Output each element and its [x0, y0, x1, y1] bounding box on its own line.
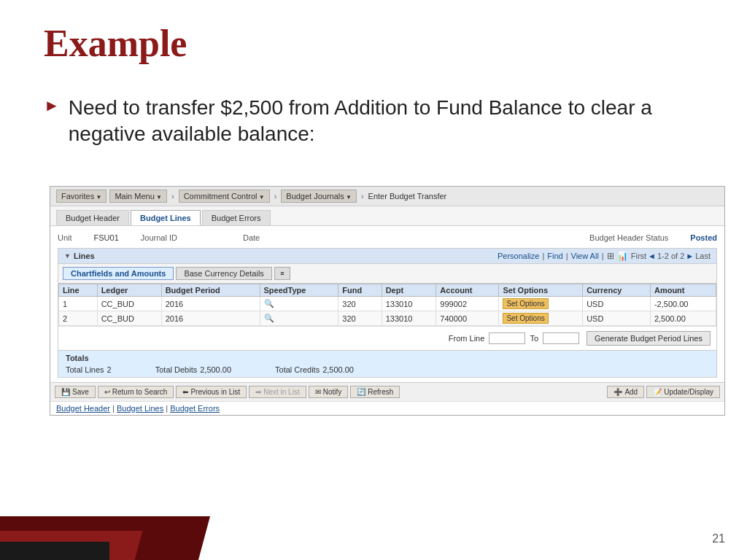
cell-speedtype-1: 🔍 — [260, 297, 338, 311]
to-line-input[interactable] — [543, 332, 579, 344]
set-options-btn-1[interactable]: Set Options — [503, 298, 548, 309]
bullet-item: ► Need to transfer $2,500 from Addition … — [44, 95, 703, 148]
speedtype-search-icon-2[interactable]: 🔍 — [264, 314, 274, 322]
speedtype-search-icon-1[interactable]: 🔍 — [264, 299, 274, 308]
pagination: First ◄ 1-2 of 2 ► Last — [631, 252, 711, 260]
bottom-breadcrumb: Budget Header | Budget Lines | Budget Er… — [50, 401, 724, 415]
return-search-button[interactable]: ↩ Return to Search — [98, 386, 174, 398]
save-button[interactable]: 💾 Save — [55, 386, 96, 398]
commitment-control-dropdown[interactable]: Commitment Control — [179, 190, 270, 203]
sub-tabs: Chartfields and Amounts Base Currency De… — [58, 264, 716, 284]
notify-label: Notify — [323, 388, 342, 396]
notify-button[interactable]: ✉ Notify — [309, 386, 349, 398]
unit-value: FSU01 — [94, 233, 119, 242]
generate-fields: From Line To — [449, 332, 579, 344]
cell-line-1: 1 — [59, 297, 98, 311]
tab-bar: Budget Header Budget Lines Budget Errors — [50, 206, 724, 226]
budget-header-status-label: Budget Header Status — [589, 233, 668, 242]
sub-tab-chartfields[interactable]: Chartfields and Amounts — [63, 267, 174, 280]
update-display-button[interactable]: 📝 Update/Display — [646, 386, 720, 398]
cell-currency-1: USD — [583, 297, 651, 311]
total-debits-value: 2,500.00 — [200, 365, 231, 374]
grid-icon: ⊞ — [607, 251, 614, 261]
main-menu-dropdown[interactable]: Main Menu — [109, 190, 167, 203]
table-row: 1 CC_BUD 2016 🔍 320 133010 999002 Set Op… — [59, 297, 716, 311]
favorites-dropdown[interactable]: Favorites — [56, 190, 107, 203]
cell-amount-2: 2,500.00 — [650, 311, 716, 326]
next-page-icon[interactable]: ► — [686, 252, 694, 260]
update-display-icon: 📝 — [653, 388, 662, 396]
lines-title: Lines — [64, 252, 95, 260]
next-list-label: Next in List — [263, 388, 299, 396]
col-header-amount: Amount — [650, 284, 716, 297]
total-credits-value: 2,500.00 — [322, 365, 354, 374]
toolbar-right: ➕ Add 📝 Update/Display — [607, 386, 720, 398]
breadcrumb-budget-lines[interactable]: Budget Lines — [117, 404, 163, 413]
cell-account-2: 740000 — [436, 311, 499, 326]
budget-header-status-value: Posted — [690, 233, 717, 242]
content-area: Unit FSU01 Journal ID Date Budget Header… — [50, 226, 724, 382]
add-icon: ➕ — [614, 388, 622, 396]
from-line-input[interactable] — [489, 332, 525, 344]
save-label: Save — [72, 388, 89, 396]
totals-bar: Totals Total Lines 2 Total Debits 2,500.… — [58, 351, 717, 378]
generate-budget-period-lines-button[interactable]: Generate Budget Period Lines — [587, 331, 711, 346]
total-lines: Total Lines 2 — [66, 365, 112, 374]
sep1: | — [542, 252, 544, 260]
total-credits-label: Total Credits — [275, 365, 320, 374]
cell-set-options-1: Set Options — [499, 297, 583, 311]
slide-title: Example — [44, 22, 187, 65]
cell-currency-2: USD — [583, 311, 651, 326]
bottom-deco-black — [0, 542, 109, 560]
add-button[interactable]: ➕ Add — [607, 386, 644, 398]
date-label: Date — [243, 233, 260, 242]
save-icon: 💾 — [61, 388, 70, 396]
chart-icon: 📊 — [617, 251, 628, 261]
first-label: First — [631, 252, 646, 260]
data-table: Line Ledger Budget Period SpeedType Fund… — [58, 284, 716, 326]
cell-fund-1: 320 — [338, 297, 382, 311]
next-list-button[interactable]: ➡ Next in List — [249, 386, 306, 398]
totals-row: Total Lines 2 Total Debits 2,500.00 Tota… — [66, 365, 709, 374]
bottom-decoration — [0, 516, 747, 560]
from-line-label: From Line — [449, 334, 485, 343]
breadcrumb-budget-header[interactable]: Budget Header — [56, 404, 110, 413]
generate-row: From Line To Generate Budget Period Line… — [58, 326, 716, 350]
cell-amount-1: -2,500.00 — [650, 297, 716, 311]
tab-budget-lines[interactable]: Budget Lines — [131, 210, 201, 225]
add-label: Add — [624, 388, 638, 396]
col-header-speedtype: SpeedType — [260, 284, 338, 297]
to-label: To — [530, 334, 538, 343]
bottom-toolbar: 💾 Save ↩ Return to Search ⬅ Previous in … — [50, 382, 724, 401]
nav-sep-1: › — [171, 192, 174, 201]
breadcrumb-budget-errors[interactable]: Budget Errors — [170, 404, 220, 413]
set-options-btn-2[interactable]: Set Options — [503, 313, 548, 324]
total-debits-label: Total Debits — [155, 365, 197, 374]
info-row: Unit FSU01 Journal ID Date Budget Header… — [58, 230, 717, 245]
unit-label: Unit — [58, 233, 72, 242]
return-search-label: Return to Search — [112, 388, 168, 396]
cell-account-1: 999002 — [436, 297, 499, 311]
col-header-account: Account — [436, 284, 499, 297]
col-header-budget-period: Budget Period — [161, 284, 260, 297]
cell-set-options-2: Set Options — [499, 311, 583, 326]
personalize-link[interactable]: Personalize — [498, 252, 539, 260]
refresh-icon: 🔄 — [357, 388, 365, 396]
sub-tab-icon[interactable]: ≡ — [274, 267, 290, 280]
lines-header: Lines Personalize | Find | View All | ⊞ … — [58, 249, 716, 264]
prev-page-icon[interactable]: ◄ — [648, 252, 656, 260]
total-lines-label: Total Lines — [66, 365, 104, 374]
previous-list-button[interactable]: ⬅ Previous in List — [176, 386, 247, 398]
view-all-link[interactable]: View All — [571, 252, 599, 260]
refresh-button[interactable]: 🔄 Refresh — [350, 386, 400, 398]
tab-budget-header[interactable]: Budget Header — [56, 210, 129, 225]
bullet-text: Need to transfer $2,500 from Addition to… — [69, 95, 703, 148]
cell-speedtype-2: 🔍 — [260, 311, 338, 326]
cell-budget-period-2: 2016 — [161, 311, 260, 326]
lines-nav: Personalize | Find | View All | ⊞ 📊 Firs… — [498, 251, 711, 261]
budget-journals-dropdown[interactable]: Budget Journals — [281, 190, 357, 203]
sub-tab-base-currency[interactable]: Base Currency Details — [176, 267, 271, 280]
find-link[interactable]: Find — [547, 252, 562, 260]
nav-sep-3: › — [361, 192, 364, 201]
tab-budget-errors[interactable]: Budget Errors — [202, 210, 271, 225]
